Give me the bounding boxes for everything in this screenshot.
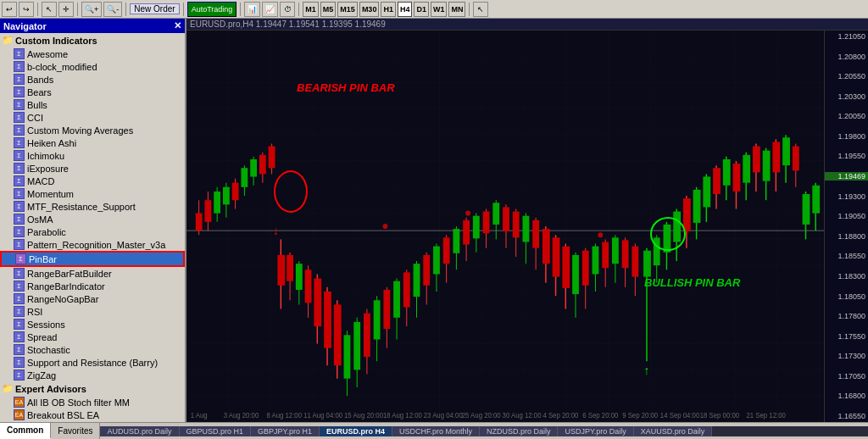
svg-rect-16 [241, 168, 248, 187]
toolbar-crosshair[interactable]: ✛ [58, 2, 74, 17]
indicator-rangebarfat[interactable]: Σ RangeBarFatBuilder [0, 267, 185, 280]
tf-d1[interactable]: D1 [414, 2, 429, 17]
auto-trading-button[interactable]: AutoTrading [187, 2, 237, 17]
chart-tab-nzdusd[interactable]: NZDUSD.pro Daily [480, 426, 559, 436]
svg-text:15 Aug 20:00: 15 Aug 20:00 [344, 412, 384, 420]
svg-point-134 [465, 211, 470, 216]
indicator-icon: Σ [14, 48, 25, 59]
expert-advisors-section[interactable]: 📁 Expert Advisors [0, 381, 185, 396]
toolbar-redo[interactable]: ↪ [19, 2, 34, 17]
chart-tab-audusd[interactable]: AUDUSD.pro Daily [100, 426, 179, 436]
indicator-rsi[interactable]: Σ RSI [0, 305, 185, 318]
indicator-parabolic[interactable]: Σ Parabolic [0, 225, 185, 238]
price-1: 1.21050 [825, 32, 868, 41]
chart-symbol: EURUSD.pro,H4 1.19447 1.19541 1.19395 1.… [190, 19, 386, 29]
svg-rect-18 [250, 159, 257, 177]
indicator-pinbar[interactable]: Σ PinBar [0, 251, 185, 267]
indicator-icon: Σ [14, 331, 25, 342]
svg-rect-98 [632, 247, 638, 277]
tab-common[interactable]: Common [0, 423, 51, 439]
indicator-bands[interactable]: Σ Bands [0, 73, 185, 86]
indicator-bclock[interactable]: Σ b-clock_modified [0, 60, 185, 73]
indicator-rangenogap[interactable]: Σ RangeNoGapBar [0, 292, 185, 305]
svg-rect-128 [793, 147, 799, 171]
tf-m15[interactable]: M15 [337, 2, 358, 17]
chart-tab-usdjpy[interactable]: USDJPY.pro Daily [558, 426, 633, 436]
indicator-ichimoku[interactable]: Σ Ichimoku [0, 149, 185, 162]
indicator-spread[interactable]: Σ Spread [0, 331, 185, 343]
svg-rect-48 [393, 281, 400, 318]
toolbar-indicators[interactable]: 📈 [262, 2, 278, 17]
tf-m30[interactable]: M30 [359, 2, 380, 17]
svg-text:21 Sep 12:00: 21 Sep 12:00 [746, 412, 786, 420]
indicator-bulls[interactable]: Σ Bulls [0, 98, 185, 111]
ea-insidebar[interactable]: EA insidebar [0, 421, 185, 422]
tf-h1[interactable]: H1 [381, 2, 396, 17]
indicator-iexposure[interactable]: Σ iExposure [0, 162, 185, 175]
price-2: 1.20800 [825, 53, 868, 61]
indicator-stochastic[interactable]: Σ Stochastic [0, 343, 185, 356]
bullish-arrow: ↑ [644, 363, 650, 376]
chart-tab-usdchf[interactable]: USDCHF.pro Monthly [392, 426, 480, 436]
toolbar-cursor[interactable]: ↖ [473, 2, 488, 17]
toolbar-undo[interactable]: ↩ [2, 2, 17, 17]
chart-tab-eurusd[interactable]: EURUSD.pro H4 [320, 426, 392, 436]
ea-breakout[interactable]: EA Breakout BSL EA [0, 408, 185, 421]
indicator-osma[interactable]: Σ OsMA [0, 213, 185, 225]
indicator-zigzag[interactable]: Σ ZigZag [0, 369, 185, 381]
indicator-icon: Σ [14, 268, 25, 279]
indicator-pattern[interactable]: Σ Pattern_Recognition_Master_v3a [0, 238, 185, 251]
indicator-cci[interactable]: Σ CCI [0, 111, 185, 124]
svg-rect-6 [196, 214, 203, 231]
toolbar-zoomin[interactable]: 🔍+ [81, 2, 102, 17]
chart-header: EURUSD.pro,H4 1.19447 1.19541 1.19395 1.… [186, 19, 868, 31]
toolbar-chart-type[interactable]: 📊 [244, 2, 260, 17]
navigator-content[interactable]: 📁 Custom Indicators Σ Awesome Σ b-clock_… [0, 33, 185, 422]
chart-canvas[interactable]: ↓ ↑ 1 Aug 3 Aug 20:00 8 Aug 12:00 11 Aug… [186, 31, 868, 422]
svg-rect-84 [572, 255, 579, 294]
tf-w1[interactable]: W1 [431, 2, 448, 17]
indicator-momentum[interactable]: Σ Momentum [0, 187, 185, 200]
svg-rect-126 [782, 137, 790, 165]
toolbar-arrow[interactable]: ↖ [42, 2, 57, 17]
indicator-icon: Σ [14, 86, 25, 97]
indicator-icon: Σ [14, 319, 25, 330]
indicator-rangebarindicator[interactable]: Σ RangeBarIndicator [0, 280, 185, 292]
svg-text:8 Aug 12:00: 8 Aug 12:00 [266, 412, 302, 420]
toolbar-zoomout[interactable]: 🔍- [103, 2, 122, 17]
chart-tab-xauusd[interactable]: XAUUSD.pro Daily [634, 426, 713, 436]
ea-allibob[interactable]: EA All IB OB Stoch filter MM [0, 396, 185, 408]
svg-rect-116 [733, 164, 741, 192]
tf-m1[interactable]: M1 [303, 2, 319, 17]
toolbar-sep-3 [125, 3, 126, 16]
svg-rect-76 [532, 220, 539, 248]
tab-favorites[interactable]: Favorites [51, 423, 100, 439]
indicator-awesome[interactable]: Σ Awesome [0, 47, 185, 60]
tf-mn[interactable]: MN [448, 2, 465, 17]
indicator-macd[interactable]: Σ MACD [0, 175, 185, 187]
navigator-close[interactable]: ✕ [174, 20, 181, 31]
indicator-heiken[interactable]: Σ Heiken Ashi [0, 136, 185, 149]
svg-rect-20 [259, 155, 266, 175]
toolbar-periods[interactable]: ⏱ [280, 2, 295, 17]
svg-rect-82 [562, 247, 570, 288]
indicator-cma[interactable]: Σ Custom Moving Averages [0, 124, 185, 136]
price-axis: 1.21050 1.20800 1.20550 1.20300 1.20050 … [824, 31, 868, 422]
new-order-button[interactable]: New Order [130, 3, 179, 14]
chart-tab-gbpusd[interactable]: GBPUSD.pro H1 [180, 426, 252, 436]
tf-h4[interactable]: H4 [398, 2, 413, 17]
custom-indicators-section[interactable]: 📁 Custom Indicators [0, 33, 185, 47]
svg-rect-108 [693, 190, 701, 223]
indicator-support[interactable]: Σ Support and Resistance (Barry) [0, 356, 185, 369]
price-current: 1.19469 [825, 172, 868, 181]
indicator-icon: Σ [14, 74, 25, 85]
indicator-icon: Σ [14, 201, 25, 212]
indicator-mtf[interactable]: Σ MTF_Resistance_Support [0, 200, 185, 213]
indicator-sessions[interactable]: Σ Sessions [0, 318, 185, 331]
svg-rect-90 [593, 247, 599, 275]
tf-m5[interactable]: M5 [320, 2, 337, 17]
svg-text:23 Aug 04:00: 23 Aug 04:00 [424, 412, 464, 420]
svg-rect-46 [383, 290, 390, 329]
chart-tab-gbpjpy[interactable]: GBPJPY.pro H1 [251, 426, 320, 436]
indicator-bears[interactable]: Σ Bears [0, 86, 185, 98]
